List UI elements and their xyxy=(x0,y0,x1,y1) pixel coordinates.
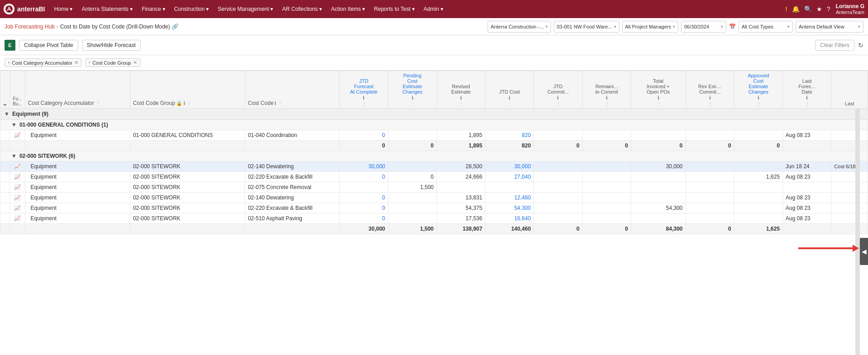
table-row: 📈Equipment02-000 SITEWORK02-510 Asphalt … xyxy=(0,213,868,224)
jtd-cost-info-icon[interactable]: ℹ xyxy=(508,95,510,101)
jtd-forecast-info-icon[interactable]: ℹ xyxy=(363,95,364,101)
subgroup-expand-icon[interactable]: ▼ xyxy=(11,153,17,159)
revised-estimate-menu-icon[interactable]: ⋮ xyxy=(459,101,464,106)
expand-all-button[interactable] xyxy=(3,104,7,106)
nav-finance[interactable]: Finance ▾ xyxy=(138,0,169,18)
collapse-pivot-button[interactable]: Collapse Pivot Table xyxy=(19,40,78,51)
table-cell: Equipment xyxy=(25,182,130,193)
refresh-button[interactable]: ↻ xyxy=(858,42,863,49)
chart-icon[interactable]: 📈 xyxy=(14,215,21,222)
table-cell: Aug 08 23 xyxy=(783,213,831,224)
jtd-commit-info-icon[interactable]: ℹ xyxy=(557,95,559,101)
breadcrumb-link-icon[interactable]: 🔗 xyxy=(172,24,178,30)
table-cell xyxy=(831,182,868,193)
calendar-icon[interactable]: 📅 xyxy=(729,24,736,30)
user-info[interactable]: Lorianne G AnterraTeam xyxy=(836,3,864,15)
project-filter[interactable]: 03-001 NW Food Ware... ▾ xyxy=(554,21,619,33)
bell-icon[interactable]: 🔔 xyxy=(792,5,800,13)
chart-icon[interactable]: 📈 xyxy=(14,205,21,211)
clear-filters-button[interactable]: Clear Filters xyxy=(815,40,854,51)
cost-code-group-info-icon[interactable]: ℹ xyxy=(183,100,185,106)
company-filter[interactable]: Anterra Construction -... ▾ xyxy=(488,21,551,33)
group-expand-icon[interactable]: ▼ xyxy=(4,111,10,117)
table-cell xyxy=(631,182,686,193)
rev-est-commit-info-icon[interactable]: ℹ xyxy=(709,95,711,101)
table-cell: Equipment xyxy=(25,172,130,182)
table-cell: 1,895 xyxy=(436,130,485,141)
subgroup-expand-icon[interactable]: ▼ xyxy=(11,122,17,128)
chart-icon-cell[interactable]: 📈 xyxy=(10,182,25,193)
nav-admin[interactable]: Admin ▾ xyxy=(420,0,447,18)
jtd-commit-menu-icon[interactable]: ⋮ xyxy=(556,101,561,106)
chart-icon-cell[interactable]: 📈 xyxy=(10,172,25,182)
table-cell: 0 xyxy=(534,224,582,234)
search-icon[interactable]: 🔍 xyxy=(804,5,812,13)
nav-home[interactable]: Home ▾ xyxy=(50,0,76,18)
remaining-menu-icon[interactable]: ⋮ xyxy=(605,101,609,106)
pending-cost-menu-icon[interactable]: ⋮ xyxy=(411,101,415,106)
app-logo[interactable]: anterraBI xyxy=(4,4,45,14)
col-total-invoiced: TotalInvoiced +Open POs ℹ ⋮ xyxy=(631,71,686,109)
excel-export-button[interactable]: E xyxy=(5,40,15,51)
cost-code-info-icon[interactable]: ℹ xyxy=(274,100,276,106)
cost-code-menu-icon[interactable]: ⋮ xyxy=(278,101,283,106)
table-row: 📈Equipment02-000 SITEWORK02-220 Excavate… xyxy=(0,172,868,182)
alert-icon[interactable]: ! xyxy=(785,5,787,13)
chart-icon[interactable]: 📈 xyxy=(14,132,21,138)
filter-chip-cost-code-group: ↑ Cost Code Group ✕ xyxy=(85,58,140,67)
date-filter[interactable]: 06/30/2024 ▾ xyxy=(681,21,726,33)
rev-est-commit-menu-icon[interactable]: ⋮ xyxy=(708,101,713,106)
approved-cost-info-icon[interactable]: ℹ xyxy=(758,95,759,101)
table-cell xyxy=(631,193,686,203)
approved-cost-menu-icon[interactable]: ⋮ xyxy=(757,101,761,106)
view-filter[interactable]: Anterra Default View ▾ xyxy=(796,21,863,33)
jtd-forecast-menu-icon[interactable]: ⋮ xyxy=(362,101,366,106)
chart-icon[interactable]: 📈 xyxy=(14,163,21,170)
show-hide-forecast-button[interactable]: Show/Hide Forecast xyxy=(82,40,141,51)
pending-cost-info-icon[interactable]: ℹ xyxy=(412,95,413,101)
top-navigation: anterraBI Home ▾ Anterra Statements ▾ Fi… xyxy=(0,0,868,18)
chart-icon-cell[interactable]: 📈 xyxy=(10,193,25,203)
nav-reports-to-test[interactable]: Reports to Test ▾ xyxy=(370,0,418,18)
remaining-info-icon[interactable]: ℹ xyxy=(606,95,608,101)
total-invoiced-info-icon[interactable]: ℹ xyxy=(657,95,659,101)
managers-filter[interactable]: All Project Managers ▾ xyxy=(622,21,679,33)
table-cell: 0 xyxy=(734,141,782,151)
panel-collapse-button[interactable]: ◀ xyxy=(860,238,868,265)
col-cost-code-group: Cost Code Group 🔒 ℹ ⋮ xyxy=(130,71,245,109)
help-icon[interactable]: ? xyxy=(827,5,830,13)
col-pending-cost: PendingCostEstimateChanges ℹ ⋮ xyxy=(388,71,436,109)
breadcrumb-parent[interactable]: Job Forecasting Hub xyxy=(5,24,55,30)
nav-ar-collections[interactable]: AR Collections ▾ xyxy=(278,0,326,18)
nav-construction[interactable]: Construction ▾ xyxy=(171,0,212,18)
cost-code-group-menu-icon[interactable]: ⋮ xyxy=(187,101,192,106)
nav-service-management[interactable]: Service Management ▾ xyxy=(214,0,277,18)
chart-icon[interactable]: 📈 xyxy=(14,174,21,180)
sub-navigation: Job Forecasting Hub › Cost to Date by Co… xyxy=(0,18,868,35)
chart-icon-cell[interactable]: 📈 xyxy=(10,130,25,141)
chart-icon-cell[interactable]: 📈 xyxy=(10,203,25,213)
jtd-cost-menu-icon[interactable]: ⋮ xyxy=(508,101,512,106)
table-cell xyxy=(582,213,631,224)
last-forecast-menu-icon[interactable]: ⋮ xyxy=(805,101,810,106)
total-invoiced-menu-icon[interactable]: ⋮ xyxy=(657,101,661,106)
table-cell: 84,300 xyxy=(631,224,686,234)
chart-icon-cell[interactable]: 📈 xyxy=(10,213,25,224)
chart-icon[interactable]: 📈 xyxy=(14,184,21,190)
revised-estimate-info-icon[interactable]: ℹ xyxy=(460,95,462,101)
chip-close-cost-category[interactable]: ✕ xyxy=(74,60,78,66)
chart-icon-cell[interactable]: 📈 xyxy=(10,161,25,172)
breadcrumb: Job Forecasting Hub › Cost to Date by Co… xyxy=(5,24,178,30)
nav-anterra-statements[interactable]: Anterra Statements ▾ xyxy=(78,0,136,18)
nav-action-items[interactable]: Action Items ▾ xyxy=(327,0,369,18)
cost-category-menu-icon[interactable]: ⋮ xyxy=(96,101,101,106)
table-cell: 0 xyxy=(686,141,734,151)
col-approved-cost: ApprovedCostEstimateChanges ℹ ⋮ xyxy=(734,71,782,109)
vertical-scrollbar[interactable] xyxy=(855,71,860,355)
chart-icon[interactable]: 📈 xyxy=(14,194,21,201)
last-forecast-info-icon[interactable]: ℹ xyxy=(806,95,808,101)
table-row: 📈Equipment02-000 SITEWORK02-140 Dewateri… xyxy=(0,193,868,203)
cost-types-filter[interactable]: All Cost Types ▾ xyxy=(739,21,793,33)
star-icon[interactable]: ★ xyxy=(816,5,822,13)
chip-close-cost-code-group[interactable]: ✕ xyxy=(133,60,137,66)
